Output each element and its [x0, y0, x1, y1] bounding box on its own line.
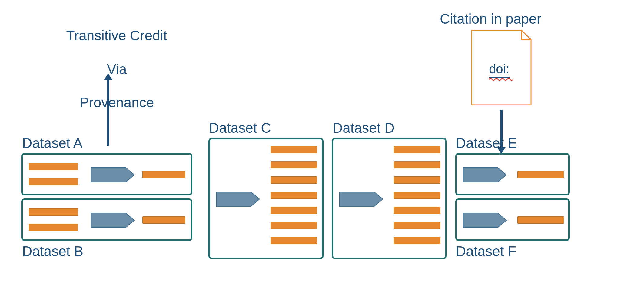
- spellcheck-squiggle-icon: [489, 78, 513, 81]
- data-bar: [29, 163, 78, 170]
- data-bar: [394, 161, 440, 168]
- data-bar: [271, 146, 317, 153]
- data-bar: [394, 207, 440, 214]
- data-bar: [142, 171, 185, 178]
- data-bar: [394, 237, 440, 244]
- data-bar: [142, 216, 185, 224]
- data-bar: [394, 176, 440, 184]
- process-arrow-icon: [463, 167, 507, 182]
- data-bar: [394, 192, 440, 199]
- transitive-line1: Transitive Credit: [66, 28, 167, 43]
- data-bar: [271, 192, 317, 199]
- dataset-b-box: [21, 198, 192, 241]
- citation-label: Citation in paper: [440, 11, 541, 27]
- dataset-c-label: Dataset C: [209, 120, 271, 136]
- data-bar: [517, 171, 564, 178]
- doi-text: doi:: [489, 62, 510, 78]
- process-arrow-icon: [91, 167, 135, 182]
- dataset-e-box: [455, 153, 570, 195]
- dataset-f-box: [455, 198, 570, 241]
- data-bar: [29, 208, 78, 216]
- dataset-d-label: Dataset D: [333, 120, 395, 136]
- dataset-a-box: [21, 153, 192, 195]
- data-bar: [29, 178, 78, 185]
- data-bar: [271, 222, 317, 229]
- arrow-up-shaft: [107, 79, 109, 146]
- process-arrow-icon: [216, 192, 260, 207]
- data-bar: [29, 224, 78, 231]
- data-bar: [394, 222, 440, 229]
- data-bar: [271, 176, 317, 184]
- process-arrow-icon: [91, 213, 135, 228]
- arrow-up-head-icon: [104, 73, 112, 80]
- data-bar: [271, 207, 317, 214]
- data-bar: [517, 216, 564, 224]
- process-arrow-icon: [463, 213, 507, 228]
- dataset-e-label: Dataset E: [456, 135, 517, 152]
- dataset-b-label: Dataset B: [22, 243, 83, 260]
- dataset-d-box: [332, 138, 447, 259]
- diagram-stage: Transitive Credit Via Provenance Citatio…: [0, 0, 644, 300]
- dataset-c-box: [208, 138, 324, 259]
- transitive-line3: Provenance: [80, 95, 154, 110]
- dataset-a-label: Dataset A: [22, 135, 82, 152]
- data-bar: [394, 146, 440, 153]
- dataset-f-label: Dataset F: [456, 243, 516, 260]
- process-arrow-icon: [339, 192, 383, 207]
- data-bar: [271, 161, 317, 168]
- data-bar: [271, 237, 317, 244]
